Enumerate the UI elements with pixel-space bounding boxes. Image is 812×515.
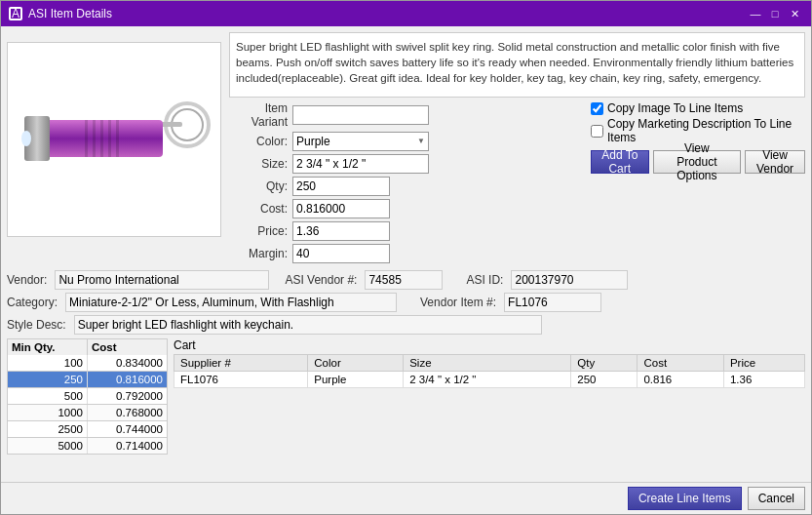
price-header: Price [723,355,804,372]
table-row[interactable]: 500 0.792000 [7,388,168,405]
title-bar-left: A ASI Item Details [9,7,112,20]
table-row[interactable]: 5000 0.714000 [7,438,168,455]
vendor-row: Vendor: ASI Vendor #: ASI ID: [7,270,805,290]
svg-point-12 [21,131,31,146]
qty-label: Qty: [229,179,292,193]
table-row[interactable]: 1000 0.768000 [7,405,168,421]
copy-image-row: Copy Image To Line Items [591,101,805,115]
svg-rect-5 [46,120,163,157]
bottom-bar: Create Line Items Cancel [1,482,811,514]
cost-input[interactable] [292,199,390,218]
copy-marketing-label: Copy Marketing Description To Line Items [607,117,805,144]
main-window: A ASI Item Details — □ ✕ [0,0,812,515]
price-row: Price: [229,221,581,241]
color-select-wrapper: Purple [292,132,429,151]
window-title: ASI Item Details [28,7,112,20]
cart-table: Supplier # Color Size Qty Cost Price FL1… [174,354,805,388]
minimize-button[interactable]: — [747,6,764,21]
qty-input[interactable] [292,177,390,196]
cart-label: Cart [174,338,805,352]
action-buttons-row: Add To Cart View Product Options View Ve… [591,150,805,174]
vendor-item-label: Vendor Item #: [420,296,496,309]
form-section: Item Variant Color: Purple [229,101,805,266]
cost-cell: 0.744000 [88,421,167,437]
maximize-button[interactable]: □ [766,6,784,21]
color-row: Color: Purple [229,132,581,151]
cart-header-row: Supplier # Color Size Qty Cost Price [174,355,805,372]
product-image [17,91,212,188]
create-line-items-button[interactable]: Create Line Items [628,487,742,510]
cart-section: Cart Supplier # Color Size Qty Cost Pric… [174,338,805,476]
right-panel: Super bright LED flashlight with swivel … [229,32,805,266]
close-button[interactable]: ✕ [786,6,803,21]
qty-cell: 250 [8,372,88,387]
app-icon: A [9,7,22,20]
item-variant-label: Item Variant [229,101,292,129]
vendor-input[interactable] [55,270,269,290]
item-variant-input[interactable] [292,105,429,125]
margin-row: Margin: [229,244,581,263]
margin-input[interactable] [292,244,390,263]
svg-rect-8 [100,120,103,157]
item-variant-row: Item Variant [229,101,581,129]
qty-cell: 2500 [8,421,88,437]
qty-cell: 500 [8,388,88,404]
style-desc-label: Style Desc: [7,318,66,332]
add-to-cart-button[interactable]: Add To Cart [591,150,649,174]
svg-rect-7 [93,120,96,157]
style-desc-row: Style Desc: [7,315,805,335]
category-input[interactable] [65,293,397,312]
size-row: Size: [229,154,581,174]
vendor-item-input[interactable] [504,293,601,312]
qty-cell: 1000 [8,405,88,420]
size-input[interactable] [292,154,429,174]
asi-id-input[interactable] [511,270,628,290]
color-cell: Purple [308,372,404,388]
table-row[interactable]: 250 0.816000 [7,372,168,388]
copy-image-label: Copy Image To Line Items [607,101,743,115]
copy-marketing-row: Copy Marketing Description To Line Items [591,117,805,144]
copy-marketing-checkbox[interactable] [591,125,603,138]
main-content: Super bright LED flashlight with swivel … [1,26,811,482]
color-select[interactable]: Purple [292,132,429,151]
table-row[interactable]: 2500 0.744000 [7,421,168,438]
qty-cell: 5000 [8,438,88,454]
title-controls: — □ ✕ [747,6,803,21]
cost-cell: 0.834000 [88,355,167,371]
table-row[interactable]: 100 0.834000 [7,355,168,372]
top-section: Super bright LED flashlight with swivel … [7,32,805,266]
size-label: Size: [229,157,292,171]
asi-vendor-label: ASI Vendor #: [285,273,357,287]
table-section: Min Qty. Cost 100 0.834000 250 0.816000 … [7,338,805,476]
copy-image-checkbox[interactable] [591,102,603,115]
qty-row: Qty: [229,177,581,196]
price-input[interactable] [292,221,390,241]
svg-rect-10 [116,120,119,157]
style-desc-input[interactable] [74,315,542,335]
cost-label: Cost: [229,202,292,216]
cost-cell: 0.792000 [88,388,167,404]
cart-data-row[interactable]: FL1076 Purple 2 3/4 " x 1/2 " 250 0.816 … [174,372,805,388]
qty-header: Qty [571,355,638,372]
view-product-options-button[interactable]: View Product Options [653,150,742,174]
category-label: Category: [7,296,58,309]
qty-cost-header: Min Qty. Cost [7,338,168,355]
description-box: Super bright LED flashlight with swivel … [229,32,805,98]
min-qty-header: Min Qty. [8,339,88,355]
form-right: Copy Image To Line Items Copy Marketing … [591,101,805,266]
view-vendor-button[interactable]: View Vendor [745,150,805,174]
asi-vendor-input[interactable] [365,270,443,290]
cost-cell: 0.714000 [88,438,167,454]
cancel-button[interactable]: Cancel [748,487,805,510]
svg-rect-4 [161,122,182,127]
qty-cost-table: Min Qty. Cost 100 0.834000 250 0.816000 … [7,338,168,476]
cost-cell: 0.816 [638,372,723,388]
category-row: Category: Vendor Item #: [7,293,805,312]
title-bar: A ASI Item Details — □ ✕ [1,1,811,26]
cost-header: Cost [88,339,167,355]
qty-cell: 250 [571,372,638,388]
cost-cell: 0.816000 [88,372,167,387]
supplier-header: Supplier # [174,355,308,372]
cost-header: Cost [638,355,723,372]
supplier-cell: FL1076 [174,372,308,388]
